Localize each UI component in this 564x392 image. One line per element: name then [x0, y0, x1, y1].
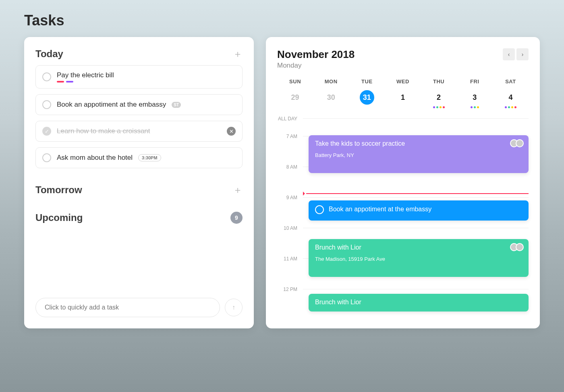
- task-checkbox[interactable]: [42, 72, 51, 81]
- weekday-label: TUE: [349, 78, 385, 85]
- quick-add-submit-button[interactable]: ↑: [225, 299, 243, 316]
- weekday-label: SAT: [493, 78, 529, 85]
- time-label: ALL DAY: [277, 116, 303, 122]
- quick-add-input[interactable]: [35, 298, 220, 317]
- calendar-day[interactable]: 1: [396, 90, 410, 105]
- calendar-event[interactable]: Book an appotiment at the embassy: [309, 200, 529, 221]
- calendar-day[interactable]: 2: [431, 90, 446, 105]
- calendar-day[interactable]: 3: [467, 90, 482, 105]
- calendar-event[interactable]: Brunch with LiorThe Madison, 15919 Park …: [309, 239, 529, 277]
- time-label: 7 AM: [277, 134, 303, 139]
- calendar-day[interactable]: 29: [288, 90, 303, 105]
- arrow-up-icon: ↑: [232, 304, 235, 311]
- event-dot: [440, 106, 442, 108]
- calendar-day[interactable]: 31: [360, 90, 374, 105]
- event-dot: [511, 106, 513, 108]
- event-dot: [508, 106, 510, 108]
- gridline: [303, 118, 529, 119]
- time-label: 9 AM: [277, 195, 303, 200]
- time-label: 10 AM: [277, 225, 303, 231]
- event-dot: [505, 106, 507, 108]
- task-card[interactable]: Ask mom about the hotel3:30PM: [35, 147, 243, 168]
- time-label: 8 AM: [277, 164, 303, 170]
- event-title: Brunch with Lior: [315, 244, 361, 251]
- event-attendees: [512, 243, 524, 251]
- event-dot: [443, 106, 445, 108]
- section-today-title: Today: [35, 48, 63, 60]
- upcoming-count-badge: 9: [230, 212, 243, 224]
- section-tomorrow-title: Tomorrow: [35, 184, 82, 196]
- event-location: The Madison, 15919 Park Ave: [315, 256, 522, 262]
- event-title: Brunch with Lior: [315, 299, 361, 305]
- calendar-prev-button[interactable]: ‹: [503, 48, 515, 60]
- tasks-panel: Today ＋ Pay the electric billBook an app…: [24, 37, 254, 328]
- task-text: Book an appotiment at the embassy: [57, 101, 166, 109]
- event-dot: [433, 106, 435, 108]
- task-tag: [57, 81, 64, 83]
- section-upcoming-title: Upcoming: [35, 212, 83, 223]
- calendar-month-label: November 2018: [277, 48, 355, 61]
- weekday-label: THU: [421, 78, 457, 85]
- task-text: Pay the electric bill: [57, 71, 114, 79]
- event-checkbox[interactable]: [315, 205, 324, 214]
- weekday-label: WED: [385, 78, 421, 85]
- task-badge: ST: [172, 102, 181, 108]
- weekday-label: SUN: [277, 78, 313, 85]
- event-dot: [471, 106, 473, 108]
- event-dot: [436, 106, 438, 108]
- calendar-day[interactable]: 30: [324, 90, 338, 105]
- task-time-badge: 3:30PM: [138, 154, 161, 161]
- task-checkbox[interactable]: [42, 127, 51, 136]
- task-tag: [66, 81, 73, 83]
- page-title: Tasks: [24, 12, 540, 29]
- chevron-left-icon: ‹: [508, 51, 510, 58]
- event-dot: [474, 106, 476, 108]
- current-time-indicator: [306, 193, 529, 194]
- calendar-day[interactable]: 4: [503, 90, 518, 105]
- event-location: Battery Park, NY: [315, 152, 522, 158]
- event-title: Book an appotiment at the embassy: [329, 206, 431, 213]
- close-icon: ✕: [229, 128, 234, 134]
- event-dot: [477, 106, 479, 108]
- event-dot: [514, 106, 516, 108]
- time-label: 11 AM: [277, 256, 303, 262]
- task-checkbox[interactable]: [42, 153, 51, 162]
- avatar: [516, 139, 524, 147]
- task-card[interactable]: Book an appotiment at the embassyST: [35, 94, 243, 115]
- calendar-event[interactable]: Take the kids to soccer practiceBattery …: [309, 135, 529, 173]
- calendar-event[interactable]: Brunch with Lior: [309, 294, 529, 312]
- add-task-today-button[interactable]: ＋: [233, 49, 243, 59]
- task-text: Ask mom about the hotel: [57, 154, 133, 162]
- add-task-tomorrow-button[interactable]: ＋: [233, 185, 243, 195]
- event-attendees: [512, 139, 524, 147]
- task-delete-button[interactable]: ✕: [227, 127, 236, 136]
- task-card[interactable]: Learn how to make a croissant✕: [35, 121, 243, 142]
- chevron-right-icon: ›: [522, 51, 524, 58]
- avatar: [516, 243, 524, 251]
- task-checkbox[interactable]: [42, 100, 51, 109]
- event-title: Take the kids to soccer practice: [315, 140, 405, 147]
- time-label: 12 PM: [277, 287, 303, 292]
- weekday-label: MON: [313, 78, 349, 85]
- weekday-label: FRI: [457, 78, 493, 85]
- calendar-panel: November 2018 Monday ‹ › SUNMONTUEWEDTHU…: [266, 37, 540, 328]
- calendar-day-label: Monday: [277, 62, 355, 70]
- task-text: Learn how to make a croissant: [57, 127, 150, 135]
- task-card[interactable]: Pay the electric bill: [35, 65, 243, 89]
- calendar-next-button[interactable]: ›: [516, 48, 529, 60]
